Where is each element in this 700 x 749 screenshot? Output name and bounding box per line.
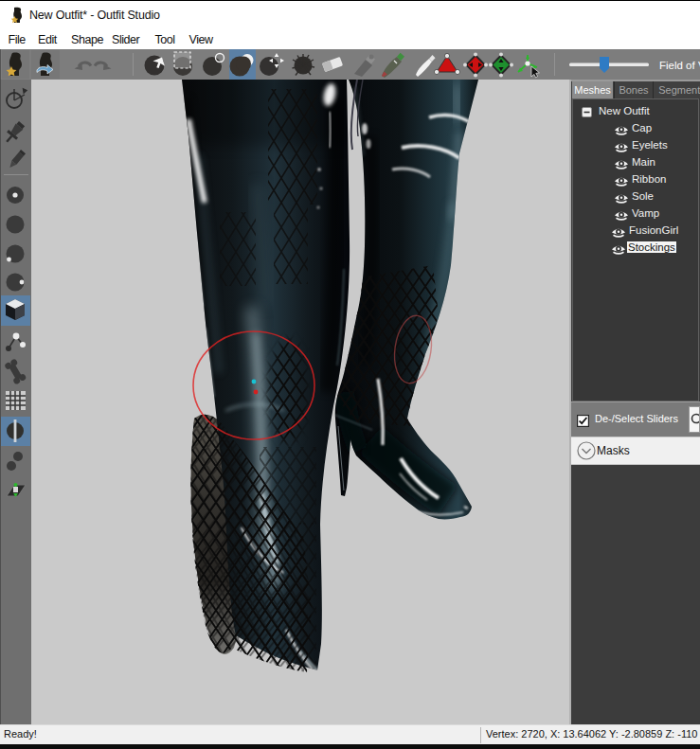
svg-text:Field of V: Field of V [659,60,700,71]
